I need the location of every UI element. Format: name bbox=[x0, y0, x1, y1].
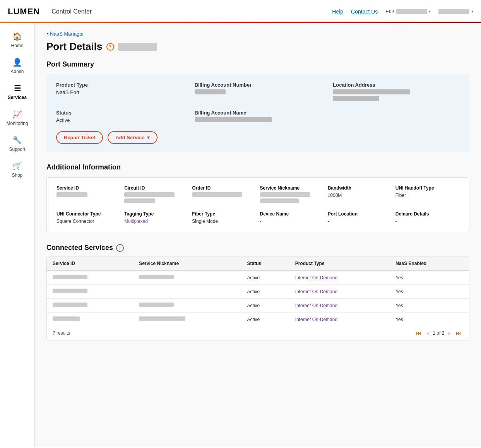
row1-nickname bbox=[133, 270, 241, 285]
table-row: Active Internet On-Demand Yes bbox=[47, 270, 469, 285]
service-id-label: Service ID bbox=[56, 185, 120, 191]
sidebar-label-services: Services bbox=[8, 95, 27, 100]
user-chevron-icon[interactable]: ▾ bbox=[471, 9, 473, 14]
location-address-value2 bbox=[333, 96, 379, 101]
connected-services-info-icon[interactable]: i bbox=[116, 244, 124, 252]
demarc-details-label: Demarc Details bbox=[395, 211, 459, 217]
bandwidth-label: Bandwidth bbox=[328, 185, 392, 191]
sidebar-item-monitoring[interactable]: 📈 Monitoring bbox=[0, 105, 34, 131]
fiber-type-field: Fiber Type Single Mode bbox=[192, 211, 256, 224]
table-row: Active Internet On-Demand Yes bbox=[47, 299, 469, 313]
tagging-type-label: Tagging Type bbox=[124, 211, 188, 217]
uni-connector-type-field: UNI Connector Type Square Connector bbox=[56, 211, 120, 224]
row4-nickname bbox=[133, 313, 241, 327]
row2-status: Active bbox=[241, 285, 289, 299]
sidebar-item-shop[interactable]: 🛒 Shop bbox=[0, 157, 34, 183]
additional-info-table: Service ID Circuit ID Order ID Service N… bbox=[46, 177, 469, 232]
status-value: Active bbox=[56, 117, 70, 123]
service-nickname-value bbox=[260, 192, 310, 197]
col-product-type: Product Type bbox=[289, 257, 390, 270]
help-link[interactable]: Help bbox=[332, 9, 343, 15]
device-name-value: - bbox=[260, 219, 262, 224]
device-name-field: Device Name - bbox=[260, 211, 324, 224]
header: LUMEN Control Center Help Contact Us EID… bbox=[0, 0, 481, 23]
sidebar-item-home[interactable]: 🏠 Home bbox=[0, 27, 34, 53]
row4-naas-enabled: Yes bbox=[390, 313, 469, 327]
layout: 🏠 Home 👤 Admin ☰ Services 📈 Monitoring 🔧… bbox=[0, 23, 481, 447]
billing-account-number-label: Billing Account Number bbox=[195, 82, 322, 88]
page-separator: of bbox=[436, 330, 442, 336]
col-status: Status bbox=[241, 257, 289, 270]
service-nickname-field: Service Nickname bbox=[260, 185, 324, 204]
uni-connector-type-label: UNI Connector Type bbox=[56, 211, 120, 217]
uni-handoff-type-value: Fiber bbox=[395, 193, 406, 198]
port-location-label: Port Location bbox=[328, 211, 392, 217]
circuit-id-value bbox=[124, 192, 175, 197]
logo-text: LUMEN bbox=[8, 7, 40, 17]
port-summary-title: Port Summary bbox=[46, 60, 469, 68]
next-page-button[interactable]: › bbox=[446, 329, 452, 337]
page-current: 1 bbox=[433, 330, 435, 336]
billing-account-name-field: Billing Account Name bbox=[195, 110, 322, 123]
breadcrumb: ‹ NaaS Manager bbox=[46, 31, 469, 37]
product-type-value: NaaS Port bbox=[56, 89, 79, 95]
breadcrumb-parent-link[interactable]: NaaS Manager bbox=[50, 31, 84, 37]
eid-label: EID bbox=[385, 9, 394, 14]
sidebar-label-monitoring: Monitoring bbox=[6, 121, 28, 126]
add-service-label: Add Service bbox=[115, 135, 144, 140]
col-service-nickname: Service Nickname bbox=[133, 257, 241, 270]
row1-status: Active bbox=[241, 270, 289, 285]
order-id-field: Order ID bbox=[192, 185, 256, 204]
sidebar-item-support[interactable]: 🔧 Support bbox=[0, 131, 34, 157]
contact-us-link[interactable]: Contact Us bbox=[351, 9, 378, 15]
row2-product-type: Internet On-Demand bbox=[289, 285, 390, 299]
additional-info-title: Additional Information bbox=[46, 163, 469, 171]
additional-info-grid-row2: UNI Connector Type Square Connector Tagg… bbox=[56, 211, 459, 224]
row3-nickname bbox=[133, 299, 241, 313]
circuit-id-label: Circuit ID bbox=[124, 185, 188, 191]
port-location-value: - bbox=[328, 219, 329, 224]
row1-service-id bbox=[47, 270, 133, 285]
fiber-type-label: Fiber Type bbox=[192, 211, 256, 217]
first-page-button[interactable]: ⏮ bbox=[414, 329, 423, 337]
eid-value bbox=[396, 9, 427, 14]
status-label: Status bbox=[56, 110, 183, 116]
page-title-row: Port Details ? bbox=[46, 41, 469, 53]
location-address-label: Location Address bbox=[333, 82, 460, 88]
product-type-field: Product Type NaaS Port bbox=[56, 82, 183, 102]
home-icon: 🏠 bbox=[12, 32, 22, 41]
row2-service-id bbox=[47, 285, 133, 299]
connected-services-title-row: Connected Services i bbox=[46, 244, 469, 252]
row2-naas-enabled: Yes bbox=[390, 285, 469, 299]
eid-chevron-icon[interactable]: ▾ bbox=[429, 9, 431, 14]
last-page-button[interactable]: ⏭ bbox=[454, 329, 463, 337]
port-location-field: Port Location - bbox=[328, 211, 392, 224]
sidebar: 🏠 Home 👤 Admin ☰ Services 📈 Monitoring 🔧… bbox=[0, 23, 35, 447]
row1-naas-enabled: Yes bbox=[390, 270, 469, 285]
table-row: Active Internet On-Demand Yes bbox=[47, 313, 469, 327]
results-count: 7 results bbox=[53, 330, 70, 336]
row4-service-id bbox=[47, 313, 133, 327]
table-body: Active Internet On-Demand Yes Active Int… bbox=[47, 270, 469, 326]
connected-services-table-container: Service ID Service Nickname Status Produ… bbox=[46, 256, 469, 340]
sidebar-item-admin[interactable]: 👤 Admin bbox=[0, 53, 34, 79]
sidebar-label-support: Support bbox=[9, 147, 25, 152]
sidebar-item-services[interactable]: ☰ Services bbox=[0, 79, 34, 105]
repair-ticket-button[interactable]: Repair Ticket bbox=[56, 131, 103, 144]
page-info: 1 of 2 bbox=[433, 330, 444, 336]
row4-status: Active bbox=[241, 313, 289, 327]
eid-section: EID ▾ bbox=[385, 9, 431, 14]
port-summary-grid: Product Type NaaS Port Billing Account N… bbox=[56, 82, 460, 123]
table-header: Service ID Service Nickname Status Produ… bbox=[47, 257, 469, 270]
page-info-icon[interactable]: ? bbox=[106, 43, 114, 51]
prev-page-button[interactable]: ‹ bbox=[425, 329, 431, 337]
table-row: Active Internet On-Demand Yes bbox=[47, 285, 469, 299]
connected-services-table: Service ID Service Nickname Status Produ… bbox=[47, 257, 469, 326]
product-type-label: Product Type bbox=[56, 82, 183, 88]
pagination-controls: ⏮ ‹ 1 of 2 › ⏭ bbox=[414, 329, 463, 337]
device-name-label: Device Name bbox=[260, 211, 324, 217]
add-service-button[interactable]: Add Service ▾ bbox=[108, 131, 157, 144]
service-nickname-label: Service Nickname bbox=[260, 185, 324, 191]
tagging-type-field: Tagging Type Multiplexed bbox=[124, 211, 188, 224]
circuit-id-field: Circuit ID bbox=[124, 185, 188, 204]
